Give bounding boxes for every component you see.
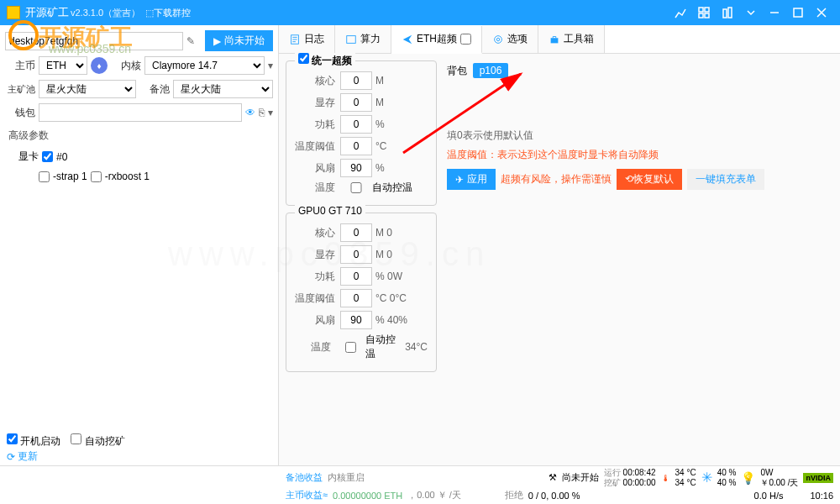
- chart-icon[interactable]: [669, 1, 692, 24]
- pool-select[interactable]: 星火大陆: [39, 80, 136, 98]
- temp-limit-input[interactable]: [340, 137, 372, 155]
- unified-oc-panel: 统一超频 核心M 显存M 功耗% 温度阈值°C 风扇% 温度自动控温: [286, 60, 437, 206]
- content-area: 日志 算力 ETH超频 选项 工具箱 统一超频 核心M 显存M 功耗% 温度阈值…: [279, 25, 840, 465]
- svg-point-9: [495, 35, 502, 43]
- svg-point-10: [496, 38, 500, 41]
- refresh-link[interactable]: ⟳ 更新: [7, 449, 38, 464]
- strap-checkbox[interactable]: [39, 171, 50, 182]
- g0-auto-temp-checkbox[interactable]: [336, 342, 365, 353]
- oc-warning: 超频有风险，操作需谨慎: [501, 172, 612, 186]
- oc-tab-checkbox[interactable]: [460, 34, 471, 45]
- hint-temp: 温度阈值：表示达到这个温度时显卡将自动降频: [447, 148, 833, 162]
- tab-oc[interactable]: ETH超频: [391, 26, 482, 54]
- pool-label: 主矿池: [5, 83, 35, 96]
- start-button[interactable]: ▶ 尚未开始: [205, 30, 273, 51]
- sb-pool-income[interactable]: 备池收益: [286, 471, 323, 484]
- maximize-button[interactable]: [786, 1, 810, 24]
- kernel-select[interactable]: Claymore 14.7: [144, 56, 265, 75]
- pool2-label: 备池: [139, 82, 170, 97]
- svg-rect-8: [347, 35, 356, 43]
- fill-button[interactable]: 一键填充表单: [687, 169, 764, 190]
- tab-options[interactable]: 选项: [482, 25, 538, 53]
- sb-hashrate: 0.0 H/s: [754, 491, 784, 501]
- g0-mem-input[interactable]: [340, 245, 372, 264]
- sb-income-label: 主币收益≈: [286, 489, 328, 501]
- gpu0-label: #0: [56, 151, 67, 163]
- power-input[interactable]: [340, 115, 372, 134]
- g0-templ-input[interactable]: [340, 289, 372, 307]
- titlebar: 开源矿工 v2.3.1.0（堂吉） ⬚下载群控: [0, 0, 840, 25]
- sb-time: 10:16: [810, 491, 833, 501]
- kernel-down-icon[interactable]: ▾: [268, 60, 273, 71]
- gpu-tree-label: 显卡: [18, 150, 39, 164]
- svg-rect-2: [699, 13, 703, 18]
- svg-rect-11: [551, 38, 559, 43]
- wallet-input[interactable]: [39, 103, 242, 122]
- sb-status: 尚未开始: [562, 471, 599, 484]
- note-icon[interactable]: ✎: [186, 35, 202, 47]
- eye-icon[interactable]: 👁: [245, 107, 255, 118]
- coin-label: 主币: [5, 59, 35, 73]
- tabs: 日志 算力 ETH超频 选项 工具箱: [279, 25, 840, 54]
- strap-label: -strap 1: [53, 171, 87, 182]
- nvidia-badge: nVIDIA: [803, 473, 833, 483]
- g0-fan-input[interactable]: [340, 311, 372, 329]
- core-input[interactable]: [340, 71, 372, 90]
- tab-toolbox[interactable]: 工具箱: [538, 25, 605, 53]
- sidebar: ✎ ▶ 尚未开始 主币 ETH ♦ 内核 Claymore 14.7 ▾ 主矿池…: [0, 25, 279, 465]
- copy-icon[interactable]: ⎘: [259, 107, 265, 118]
- apply-button[interactable]: ✈应用: [447, 169, 496, 190]
- auto-temp-checkbox[interactable]: [340, 182, 372, 193]
- grid-icon[interactable]: [692, 1, 716, 24]
- svg-rect-3: [705, 13, 709, 18]
- fan-input[interactable]: [340, 159, 372, 177]
- gpu0-panel-title: GPU0 GT 710: [295, 205, 365, 217]
- adv-params-label: 高级参数: [8, 129, 273, 143]
- pickaxe-icon: ⚒: [549, 472, 557, 483]
- svg-rect-1: [705, 8, 709, 12]
- g0-power-input[interactable]: [340, 267, 372, 286]
- gpu0-oc-panel: GPU0 GT 710 核心M 0 显存M 0 功耗% 0W 温度阈值°C 0°…: [286, 213, 437, 372]
- tab-hashrate[interactable]: 算力: [335, 25, 391, 53]
- app-title: 开源矿工: [25, 5, 69, 20]
- svg-rect-5: [728, 8, 732, 18]
- wallet-down-icon[interactable]: ▾: [268, 107, 273, 118]
- restore-button[interactable]: ⟲恢复默认: [617, 169, 682, 190]
- statusbar: 备池收益 内核重启 ⚒ 尚未开始 运行 00:08:42挖矿 00:00:00 …: [0, 465, 840, 504]
- unified-title: 统一超频: [312, 55, 352, 66]
- building-icon[interactable]: [716, 1, 739, 24]
- mem-input[interactable]: [340, 93, 372, 112]
- download-link[interactable]: ⬚下载群控: [145, 7, 191, 19]
- fan-icon: ✳: [701, 470, 712, 486]
- app-icon: [7, 6, 20, 19]
- sb-income: 0.00000000 ETH: [333, 491, 402, 501]
- kernel-label: 内核: [111, 59, 141, 73]
- app-version: v2.3.1.0（堂吉）: [71, 7, 140, 19]
- wallet-label: 钱包: [5, 106, 35, 120]
- gpu0-checkbox[interactable]: [42, 151, 53, 162]
- auto-mine-check[interactable]: 自动挖矿: [71, 433, 124, 449]
- close-button[interactable]: [810, 1, 833, 24]
- coin-select[interactable]: ETH: [39, 56, 87, 75]
- svg-rect-0: [699, 8, 703, 12]
- hint-default: 填0表示使用默认值: [447, 129, 833, 143]
- dropdown-icon[interactable]: [739, 1, 763, 24]
- pool2-select[interactable]: 星火大陆: [173, 80, 273, 98]
- sb-kernel-restart: 内核重启: [328, 471, 365, 484]
- unified-checkbox[interactable]: [298, 53, 309, 64]
- pack-tag[interactable]: p106: [473, 63, 509, 78]
- svg-rect-6: [794, 8, 802, 17]
- rxboost-checkbox[interactable]: [91, 171, 102, 182]
- g0-core-input[interactable]: [340, 223, 372, 242]
- tab-log[interactable]: 日志: [279, 25, 335, 53]
- thermometer-icon: 🌡: [661, 473, 670, 483]
- rxboost-label: -rxboost 1: [105, 171, 150, 182]
- pack-label: 背包: [447, 65, 467, 76]
- bulb-icon: 💡: [741, 471, 755, 485]
- eth-icon: ♦: [91, 57, 108, 74]
- auto-start-check[interactable]: 开机启动: [7, 433, 60, 449]
- miner-name-input[interactable]: [5, 32, 183, 50]
- svg-rect-4: [723, 9, 727, 18]
- minimize-button[interactable]: [763, 1, 786, 24]
